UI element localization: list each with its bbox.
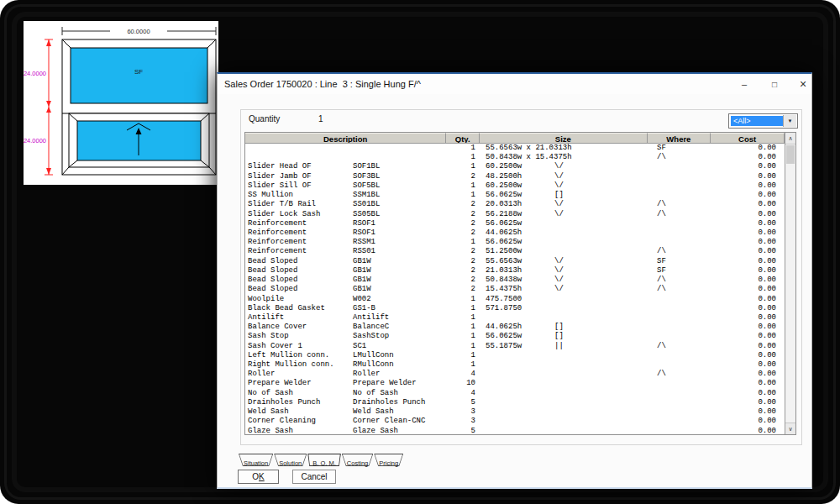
quantity-label: Quantity (249, 114, 280, 123)
table-row[interactable]: Prepare Welder Prepare Welder 10 0.00 (245, 379, 785, 388)
cell-orientation: \/ (554, 162, 564, 171)
window-drawing-svg: 60.0000 24.0000 24.0000 (24, 21, 218, 185)
tab-costing[interactable]: Costing (342, 454, 373, 466)
window-title: Sales Order 1750020 : Line 3 : Single Hu… (224, 74, 421, 94)
scroll-thumb[interactable] (786, 145, 795, 164)
cell-description: Bead Sloped (248, 266, 297, 276)
cell-where: SF (657, 257, 666, 266)
cell-part-code: Weld Sash (353, 407, 394, 417)
maximize-button[interactable]: □ (762, 74, 787, 94)
table-row[interactable]: Slider Sill OF SOF5BL 1 60.2500w \/ 0.00 (245, 181, 785, 191)
height-dimension-bottom-label: 24.0000 (24, 137, 46, 144)
table-row[interactable]: Drainholes Punch Drainholes Punch 5 0.00 (245, 398, 785, 407)
table-row[interactable]: Sash Cover 1 SC1 1 55.1875w || /\ 0.00 (245, 342, 785, 351)
scroll-up-button[interactable]: ∧ (785, 133, 795, 144)
column-header-where[interactable]: Where (648, 133, 711, 144)
table-row[interactable]: Slider Jamb OF SOF3BL 2 48.2500h \/ 0.00 (245, 172, 785, 181)
cell-cost: 0.00 (758, 219, 776, 228)
close-button[interactable]: × (790, 74, 816, 94)
table-row[interactable]: Bead Sloped GB1W 2 15.4375h \/ /\ 0.00 (245, 285, 785, 294)
ok-button[interactable]: OK (238, 470, 279, 484)
cell-size: 60.2500w (486, 181, 522, 191)
column-header-size[interactable]: Size (480, 133, 647, 144)
table-row[interactable]: Woolpile W002 1 475.7500 0.00 (245, 295, 785, 304)
cell-qty: 2 (471, 257, 475, 266)
cell-qty: 1 (471, 191, 475, 200)
table-row[interactable]: Bead Sloped GB1W 2 21.0313h \/ SF 0.00 (245, 266, 785, 276)
cell-part-code: Roller (353, 370, 380, 379)
table-row[interactable]: Weld Sash Weld Sash 3 0.00 (245, 407, 785, 417)
cell-qty: 1 (471, 181, 475, 191)
table-row[interactable]: Sash Stop SashStop 1 56.0625w [] 0.00 (245, 332, 785, 341)
cell-cost: 0.00 (758, 304, 776, 313)
cell-part-code: SC1 (353, 342, 366, 351)
column-header-qty[interactable]: Qty. (446, 133, 480, 144)
table-row[interactable]: Left Mullion conn. LMullConn 1 0.00 (245, 351, 785, 360)
table-row[interactable]: Slider T/B Rail SS01BL 2 20.0313h \/ /\ … (245, 200, 785, 209)
minimize-button[interactable]: – (732, 74, 757, 94)
table-row[interactable]: SS Mullion SSM1BL 1 56.0625w [] 0.00 (245, 191, 785, 200)
screenshot-canvas: 60.0000 24.0000 24.0000 (0, 0, 840, 504)
cell-description: Sash Stop (248, 332, 289, 341)
cell-cost: 0.00 (758, 389, 776, 398)
table-row[interactable]: Corner Cleaning Corner Clean-CNC 3 0.00 (245, 417, 785, 426)
tab-situation[interactable]: Situation (239, 454, 273, 466)
drawing-panel: 60.0000 24.0000 24.0000 (24, 21, 218, 185)
tab-solution[interactable]: Solution (274, 454, 307, 466)
cell-cost: 0.00 (758, 342, 776, 351)
cell-description: Reinforcement (248, 247, 307, 256)
cell-qty: 3 (471, 417, 475, 426)
vertical-scrollbar[interactable]: ∧ ∨ (785, 133, 795, 434)
cell-description: Slider Jamb OF (248, 172, 312, 181)
tab-pricing[interactable]: Pricing (374, 454, 403, 466)
tab-bom[interactable]: B. O. M. (307, 454, 341, 466)
cell-where: /\ (657, 285, 666, 294)
table-row[interactable]: Slider Head OF SOF1BL 1 60.2500w \/ 0.00 (245, 162, 785, 171)
cell-where: /\ (657, 342, 666, 351)
table-row[interactable]: 1 55.6563w x 21.0313h SF 0.00 (245, 144, 785, 153)
cell-cost: 0.00 (758, 266, 776, 276)
table-row[interactable]: Black Bead Gasket GS1-B 1 571.8750 0.00 (245, 304, 785, 313)
scroll-down-icon: ∨ (788, 426, 792, 432)
table-row[interactable]: Reinforcement RSS01 2 51.2500w /\ 0.00 (245, 247, 785, 256)
cell-size: 56.2188w (486, 210, 522, 219)
cell-part-code: SOF1BL (353, 162, 380, 171)
cell-description: Slider Sill OF (248, 181, 312, 191)
ok-button-accesskey: K (259, 472, 265, 481)
table-row[interactable]: Glaze Sash Glaze Sash 5 0.00 (245, 427, 785, 434)
dropdown-arrow-button[interactable]: ▼ (783, 115, 796, 127)
cell-cost: 0.00 (758, 144, 776, 153)
column-header-description[interactable]: Description (245, 133, 446, 144)
cell-description: Right Mullion conn. (248, 360, 334, 370)
cell-size: 60.2500w (486, 162, 522, 171)
table-row[interactable]: Slider Lock Sash SS05BL 2 56.2188w \/ /\… (245, 210, 785, 219)
cell-size: 50.8438w (486, 276, 522, 285)
table-row[interactable]: Antilift Antilift 1 0.00 (245, 313, 785, 323)
cell-cost: 0.00 (758, 200, 776, 209)
cell-qty: 5 (471, 398, 475, 407)
cancel-button[interactable]: Cancel (292, 470, 336, 484)
table-row[interactable]: Right Mullion conn. RMullConn 1 0.00 (245, 360, 785, 370)
where-filter-dropdown[interactable]: <All> ▼ (728, 113, 798, 129)
table-row[interactable]: Roller Roller 4 /\ 0.00 (245, 370, 785, 379)
table-row[interactable]: Bead Sloped GB1W 2 50.8438w \/ /\ 0.00 (245, 276, 785, 285)
table-row[interactable]: 1 50.8438w x 15.4375h /\ 0.00 (245, 153, 785, 162)
cell-qty: 2 (471, 276, 475, 285)
column-header-cost[interactable]: Cost (711, 133, 785, 144)
table-row[interactable]: Reinforcement RSOF1 2 44.0625h 0.00 (245, 228, 785, 238)
scroll-down-button[interactable]: ∨ (785, 423, 795, 434)
table-row[interactable]: Bead Sloped GB1W 2 55.6563w \/ SF 0.00 (245, 257, 785, 266)
cell-qty: 1 (471, 332, 475, 341)
tab-label: Costing (347, 459, 368, 467)
table-row[interactable]: No of Sash No of Sash 4 0.00 (245, 389, 785, 398)
table-row[interactable]: Reinforcement RSOF1 2 56.0625w 0.00 (245, 219, 785, 228)
table-row[interactable]: Balance Cover BalanceC 1 44.0625h [] 0.0… (245, 323, 785, 332)
cell-orientation: \/ (554, 172, 564, 181)
cell-orientation: \/ (554, 285, 564, 294)
cell-qty: 1 (471, 342, 475, 351)
cell-size: 44.0625h (486, 228, 522, 238)
cell-size: 44.0625h (486, 323, 522, 332)
cell-description: Roller (248, 370, 275, 379)
cell-size: 55.1875w (486, 342, 522, 351)
table-row[interactable]: Reinforcement RSSM1 1 56.0625w 0.00 (245, 238, 785, 247)
